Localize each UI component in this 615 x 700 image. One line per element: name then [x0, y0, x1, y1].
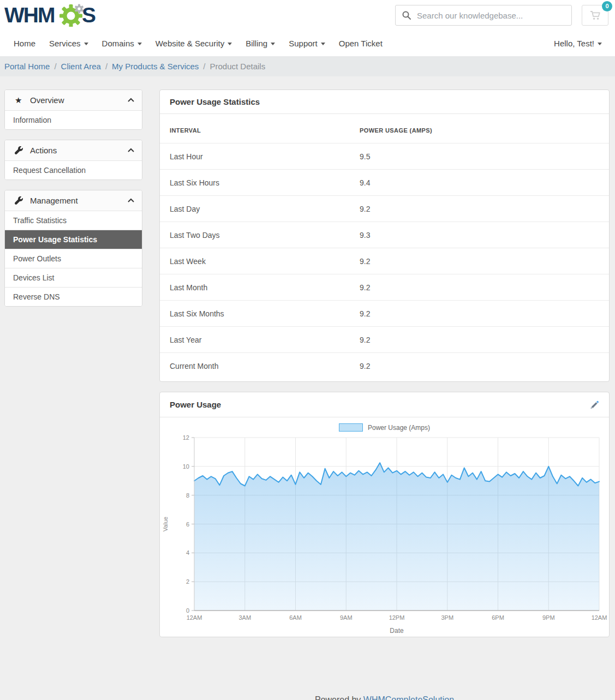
svg-text:12: 12 — [183, 434, 189, 441]
whmcompletesolution-link[interactable]: WHMCompleteSolution — [363, 695, 454, 700]
top-header: WHM S — [0, 0, 615, 31]
nav-item-open-ticket[interactable]: Open Ticket — [339, 39, 383, 48]
svg-text:9AM: 9AM — [340, 614, 353, 621]
svg-text:WHM: WHM — [4, 4, 54, 27]
svg-text:12AM: 12AM — [187, 614, 202, 621]
chevron-down-icon — [84, 43, 88, 45]
power-usage-table: Interval Power Usage (Amps) Last Hour9.5… — [160, 114, 609, 379]
breadcrumb-current: Product Details — [210, 62, 265, 71]
table-row: Last Day9.2 — [160, 196, 609, 222]
breadcrumb: Portal Home / Client Area / My Products … — [0, 56, 615, 76]
sidebar: ★ Overview Information Actions Request C… — [4, 89, 142, 316]
svg-text:6: 6 — [186, 520, 189, 527]
col-header-power-usage: Power Usage (Amps) — [350, 114, 609, 143]
chevron-down-icon — [598, 43, 602, 45]
footer: Powered by WHMCompleteSolution — [159, 647, 610, 700]
sidebar-item-power-usage-statistics[interactable]: Power Usage Statistics — [5, 230, 142, 249]
search-icon — [402, 11, 411, 20]
svg-text:6PM: 6PM — [492, 614, 504, 621]
panel-management-header[interactable]: Management — [5, 190, 142, 211]
knowledgebase-search — [395, 5, 572, 26]
table-row: Last Six Hours9.4 — [160, 170, 609, 196]
col-header-interval: Interval — [160, 114, 350, 143]
svg-text:S: S — [82, 4, 95, 27]
svg-text:8: 8 — [186, 492, 189, 498]
panel-actions: Actions Request Cancellation — [4, 140, 142, 180]
sidebar-item-devices-list[interactable]: Devices List — [5, 268, 142, 287]
svg-text:4: 4 — [186, 549, 189, 556]
svg-text:6AM: 6AM — [289, 614, 302, 621]
svg-text:Value: Value — [162, 516, 169, 531]
chevron-up-icon — [127, 198, 135, 204]
cart-count-badge: 0 — [602, 1, 612, 11]
sidebar-item-information[interactable]: Information — [5, 110, 142, 129]
sidebar-item-power-outlets[interactable]: Power Outlets — [5, 249, 142, 268]
svg-text:9PM: 9PM — [542, 614, 555, 621]
legend-swatch — [339, 423, 363, 432]
svg-text:3PM: 3PM — [441, 614, 453, 621]
nav-item-billing[interactable]: Billing — [246, 39, 275, 48]
svg-text:12PM: 12PM — [389, 614, 405, 621]
panel-title: Overview — [30, 95, 64, 105]
main-navbar: Home Services Domains Website & Security… — [0, 31, 615, 56]
nav-item-home[interactable]: Home — [14, 39, 35, 48]
panel-overview: ★ Overview Information — [4, 89, 142, 130]
svg-text:Date: Date — [390, 627, 404, 635]
whmcs-logo-graphic: WHM S — [4, 4, 109, 27]
panel-management: Management Traffic Statistics Power Usag… — [4, 190, 142, 307]
sidebar-item-request-cancellation[interactable]: Request Cancellation — [5, 160, 142, 180]
svg-text:2: 2 — [186, 578, 189, 585]
breadcrumb-client-area[interactable]: Client Area — [61, 62, 101, 71]
main-content: Power Usage Statistics Interval Power Us… — [159, 89, 610, 647]
table-row: Last Week9.2 — [160, 248, 609, 274]
table-row: Last Hour9.5 — [160, 143, 609, 170]
cart-icon — [590, 10, 601, 20]
card-title: Power Usage — [160, 392, 609, 417]
nav-item-services[interactable]: Services — [49, 39, 88, 48]
cart-button[interactable]: 0 — [582, 5, 608, 26]
svg-text:3AM: 3AM — [238, 614, 251, 621]
power-usage-area-chart: 12AM3AM6AM9AM12PM3PM6PM9PM12AM024681012V… — [160, 434, 610, 637]
chevron-down-icon — [228, 43, 232, 45]
chart-body: Power Usage (Amps) 12AM3AM6AM9AM12PM3PM6… — [160, 417, 609, 637]
table-row: Last Two Days9.3 — [160, 222, 609, 248]
whmcs-logo[interactable]: WHM S — [4, 4, 109, 29]
chevron-down-icon — [321, 43, 325, 45]
panel-title: Actions — [30, 146, 57, 155]
card-title: Power Usage Statistics — [160, 90, 609, 114]
table-row: Last Month9.2 — [160, 274, 609, 301]
sidebar-item-reverse-dns[interactable]: Reverse DNS — [5, 287, 142, 306]
user-menu[interactable]: Hello, Test! — [554, 39, 602, 48]
legend-label: Power Usage (Amps) — [368, 424, 430, 432]
table-row: Current Month9.2 — [160, 353, 609, 379]
edit-pencil-icon[interactable] — [589, 399, 599, 410]
table-row: Last Year9.2 — [160, 327, 609, 353]
nav-item-support[interactable]: Support — [289, 39, 325, 48]
nav-item-domains[interactable]: Domains — [102, 39, 142, 48]
sidebar-item-traffic-statistics[interactable]: Traffic Statistics — [5, 211, 142, 230]
breadcrumb-my-products[interactable]: My Products & Services — [112, 62, 199, 71]
wrench-icon — [15, 146, 24, 154]
nav-item-website-security[interactable]: Website & Security — [156, 39, 232, 48]
chart-legend[interactable]: Power Usage (Amps) — [160, 422, 609, 434]
chevron-up-icon — [127, 147, 135, 153]
panel-actions-header[interactable]: Actions — [5, 140, 142, 160]
power-usage-chart-card: Power Usage Power Usage (Amps) 12AM3AM6A… — [159, 392, 610, 637]
breadcrumb-portal-home[interactable]: Portal Home — [4, 62, 50, 71]
svg-text:0: 0 — [186, 607, 189, 614]
chevron-down-icon — [271, 43, 275, 45]
chevron-up-icon — [127, 97, 135, 103]
table-row: Last Six Months9.2 — [160, 301, 609, 327]
svg-text:10: 10 — [183, 463, 189, 469]
wrench-icon — [15, 196, 24, 205]
search-input[interactable] — [417, 11, 565, 20]
chevron-down-icon — [138, 43, 142, 45]
panel-title: Management — [30, 196, 78, 205]
panel-overview-header[interactable]: ★ Overview — [5, 90, 142, 110]
star-icon: ★ — [15, 96, 24, 104]
svg-text:12AM: 12AM — [592, 614, 607, 621]
power-usage-statistics-card: Power Usage Statistics Interval Power Us… — [159, 89, 610, 382]
